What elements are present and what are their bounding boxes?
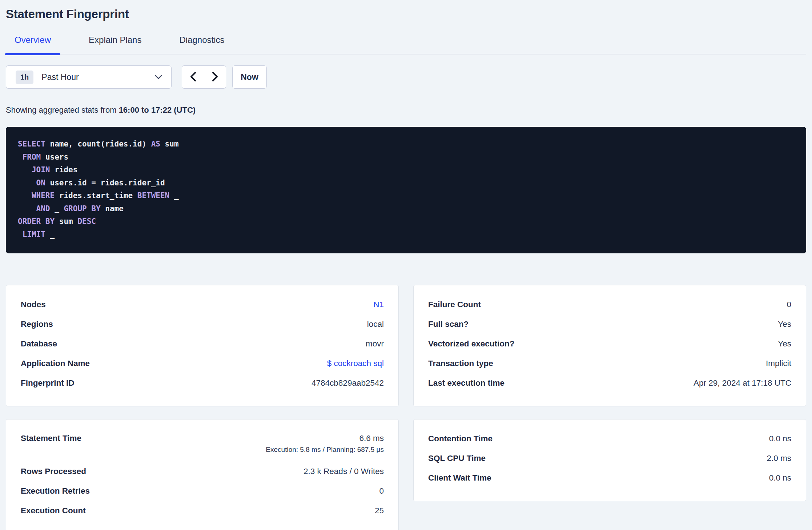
sql-code-line: SELECT name, count(rides.id) AS sum: [18, 138, 799, 151]
stat-label: Database: [21, 339, 57, 349]
tab-bar: OverviewExplain PlansDiagnostics: [5, 35, 806, 55]
stat-row: Execution Retries0: [21, 481, 384, 501]
stat-value: local: [367, 320, 384, 329]
stat-label: Regions: [21, 320, 53, 329]
summary-cards: NodesN1RegionslocalDatabasemovrApplicati…: [6, 285, 806, 530]
page-title: Statement Fingerprint: [6, 7, 806, 21]
sql-text: name: [101, 204, 124, 213]
stat-row: Databasemovr: [21, 334, 384, 354]
stat-label: Full scan?: [428, 320, 469, 329]
sql-code-line: WHERE rides.start_time BETWEEN _: [18, 189, 799, 202]
stat-row: Full scan?Yes: [428, 314, 791, 334]
stat-value: 4784cb829aab2542: [311, 378, 384, 388]
sql-text: sum: [160, 140, 179, 148]
stat-value-group: 25: [375, 506, 384, 515]
tab-explain-plans[interactable]: Explain Plans: [79, 35, 151, 54]
stat-value-group: movr: [366, 339, 384, 349]
tab-overview[interactable]: Overview: [5, 35, 60, 54]
stat-value-group: 0: [379, 486, 384, 496]
sql-text: [18, 204, 36, 213]
stat-value-group: Apr 29, 2024 at 17:18 UTC: [694, 378, 791, 388]
sql-text: [18, 178, 36, 187]
previous-interval-button[interactable]: [182, 66, 204, 88]
stat-label: SQL CPU Time: [428, 454, 486, 463]
stat-value: 2.3 k Reads / 0 Writes: [304, 467, 384, 476]
stat-row: Execution Count25: [21, 501, 384, 521]
stat-value: Yes: [778, 339, 791, 349]
stat-row: Failure Count0: [428, 295, 791, 314]
time-range-dropdown[interactable]: 1h Past Hour: [6, 65, 172, 89]
stat-value-group: Yes: [778, 339, 791, 349]
sql-text: [18, 153, 23, 161]
sql-text: _: [50, 204, 64, 213]
sql-code-line: LIMIT _: [18, 228, 799, 241]
stat-value: movr: [366, 339, 384, 349]
sql-text: _: [169, 191, 178, 200]
sql-keyword: ON: [36, 178, 45, 187]
sql-code-line: JOIN rides: [18, 164, 799, 177]
stat-subvalue: Execution: 5.8 ms / Planning: 687.5 µs: [266, 446, 384, 454]
aggregated-stats-range: 16:00 to 17:22 (UTC): [119, 105, 196, 115]
sql-keyword: SELECT: [18, 140, 45, 148]
stat-value-group: 2.0 ms: [767, 454, 791, 463]
stat-label: Contention Time: [428, 434, 493, 443]
stat-value-group: 0: [787, 300, 791, 309]
sql-statement-box: SELECT name, count(rides.id) AS sum FROM…: [6, 127, 806, 253]
stat-value-group: N1: [373, 300, 384, 309]
sql-keyword: WHERE: [32, 191, 55, 200]
sql-text: users: [41, 153, 68, 161]
sql-keyword: BETWEEN: [137, 191, 170, 200]
stat-label: Rows Processed: [21, 467, 86, 476]
sql-keyword: ORDER BY: [18, 217, 55, 226]
sql-text: [18, 230, 23, 239]
stat-row: Transaction typeImplicit: [428, 354, 791, 373]
now-button[interactable]: Now: [232, 65, 267, 89]
stat-label: Statement Time: [21, 434, 81, 443]
stat-value: Implicit: [766, 359, 791, 368]
stat-row: Application Name$ cockroach sql: [21, 354, 384, 373]
time-controls: 1h Past Hour Now: [6, 65, 806, 89]
sql-code-line: AND _ GROUP BY name: [18, 202, 799, 216]
chevron-right-icon: [212, 71, 219, 83]
sql-keyword: JOIN: [32, 165, 50, 174]
stat-row: Statement Time6.6 msExecution: 5.8 ms / …: [21, 429, 384, 462]
stat-row: Regionslocal: [21, 314, 384, 334]
statement-fingerprint-page: Statement Fingerprint OverviewExplain Pl…: [0, 7, 812, 530]
stat-value-link[interactable]: N1: [373, 300, 384, 309]
stat-value-group: $ cockroach sql: [327, 359, 384, 368]
stat-label: Execution Count: [21, 506, 86, 515]
stat-value-group: 0.0 ns: [769, 434, 791, 443]
stat-label: Vectorized execution?: [428, 339, 515, 349]
time-range-label: Past Hour: [41, 72, 79, 82]
sql-text: name, count(rides.id): [45, 140, 151, 148]
stat-label: Fingerprint ID: [21, 378, 75, 388]
sql-code-line: FROM users: [18, 151, 799, 164]
next-interval-button[interactable]: [204, 66, 226, 88]
stat-row: Fingerprint ID4784cb829aab2542: [21, 373, 384, 393]
sql-text: rides: [50, 165, 78, 174]
aggregated-stats-caption: Showing aggregated stats from 16:00 to 1…: [6, 105, 806, 115]
stat-value-group: 0.0 ns: [769, 473, 791, 483]
stat-label: Last execution time: [428, 378, 505, 388]
stat-row: Rows Processed2.3 k Reads / 0 Writes: [21, 462, 384, 481]
sql-text: rides.start_time: [55, 191, 137, 200]
tab-diagnostics[interactable]: Diagnostics: [170, 35, 234, 54]
stat-value-group: 2.3 k Reads / 0 Writes: [304, 467, 384, 476]
stat-value-group: 4784cb829aab2542: [311, 378, 384, 388]
stat-value-group: local: [367, 320, 384, 329]
stat-value-link[interactable]: $ cockroach sql: [327, 359, 384, 368]
sql-text: [18, 191, 32, 200]
sql-code-line: ORDER BY sum DESC: [18, 215, 799, 228]
stat-value: 6.6 ms: [266, 434, 384, 443]
stat-row: Last execution timeApr 29, 2024 at 17:18…: [428, 373, 791, 393]
stat-value: 0.0 ns: [769, 473, 791, 483]
stat-value: 2.0 ms: [767, 454, 791, 463]
stat-value-group: Yes: [778, 320, 791, 329]
stat-value: Apr 29, 2024 at 17:18 UTC: [694, 378, 791, 388]
time-step-buttons: [182, 65, 226, 89]
performance-card-right: Contention Time0.0 nsSQL CPU Time2.0 msC…: [413, 419, 806, 501]
stat-label: Nodes: [21, 300, 46, 309]
details-card-left: NodesN1RegionslocalDatabasemovrApplicati…: [6, 285, 399, 406]
stat-value-group: 6.6 msExecution: 5.8 ms / Planning: 687.…: [266, 434, 384, 454]
performance-card-left: Statement Time6.6 msExecution: 5.8 ms / …: [6, 419, 399, 530]
